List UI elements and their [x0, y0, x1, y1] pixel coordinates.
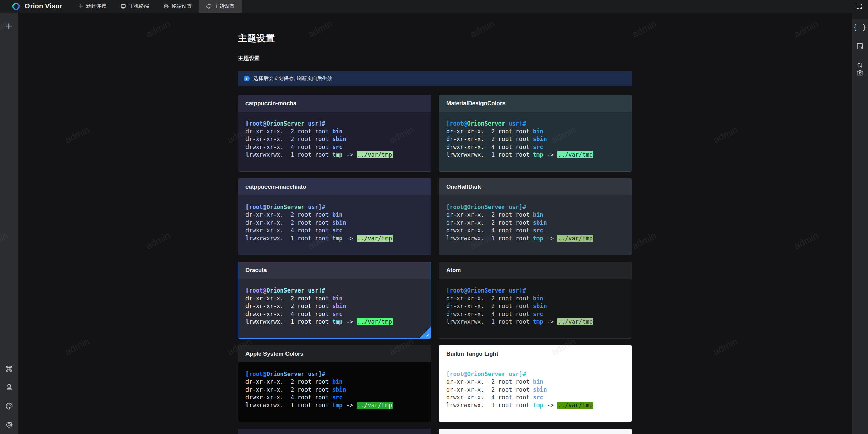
terminal-line: dr-xr-xr-x. 2 root root sbin — [446, 386, 625, 394]
app-brand: Orion Visor — [0, 0, 62, 13]
terminal-line: dr-xr-xr-x. 2 root root bin — [245, 378, 424, 386]
plus-icon[interactable]: + — [6, 21, 12, 31]
terminal-prompt: [root@OrionServer usr]# — [446, 287, 625, 295]
terminal-line: dr-xr-xr-x. 2 root root sbin — [446, 302, 625, 310]
terminal-preview: [root@OrionServer usr]# dr-xr-xr-x. 2 ro… — [238, 112, 431, 172]
section-title: 主题设置 — [238, 55, 632, 62]
terminal-line: dr-xr-xr-x. 2 root root bin — [245, 128, 424, 135]
terminal-preview: [root@OrionServer usr]# dr-xr-xr-x. 2 ro… — [439, 112, 632, 172]
theme-card[interactable]: catppuccin-macchiato [root@OrionServer u… — [238, 178, 431, 255]
terminal-line: lrwxrwxrwx. 1 root root tmp -> ../var/tm… — [446, 401, 625, 409]
theme-card[interactable]: OneHalfDark [root@OrionServer usr]# dr-x… — [439, 178, 632, 255]
terminal-prompt: [root@OrionServer usr]# — [245, 370, 424, 378]
terminal-line: dr-xr-xr-x. 2 root root sbin — [245, 135, 424, 143]
camera-icon[interactable] — [856, 69, 864, 77]
terminal-line: dr-xr-xr-x. 2 root root sbin — [245, 219, 424, 227]
theme-card-partial[interactable] — [238, 429, 431, 434]
theme-card[interactable]: catppuccin-mocha [root@OrionServer usr]#… — [238, 95, 431, 172]
stamp-icon[interactable] — [5, 384, 13, 391]
info-alert: i 选择后会立刻保存, 刷新页面后生效 — [238, 71, 632, 86]
terminal-line: dr-xr-xr-x. 2 root root bin — [446, 128, 625, 135]
terminal-line: drwxr-xr-x. 4 root root src — [245, 394, 424, 401]
theme-card-header: Builtin Tango Light — [439, 345, 632, 362]
terminal-prompt: [root@OrionServer usr]# — [245, 120, 424, 128]
terminal-preview: [root@OrionServer usr]# dr-xr-xr-x. 2 ro… — [439, 362, 632, 422]
main-nav: 新建连接 主机终端 终端设置 主题设置 — [71, 0, 242, 13]
terminal-line: drwxr-xr-x. 4 root root src — [446, 227, 625, 234]
terminal-line: dr-xr-xr-x. 2 root root sbin — [446, 219, 625, 227]
terminal-prompt: [root@OrionServer usr]# — [446, 370, 625, 378]
terminal-line: drwxr-xr-x. 4 root root src — [446, 310, 625, 318]
terminal-preview: [root@OrionServer usr]# dr-xr-xr-x. 2 ro… — [238, 195, 431, 255]
theme-card[interactable]: MaterialDesignColors [root@OrionServer u… — [439, 95, 632, 172]
theme-grid: catppuccin-mocha [root@OrionServer usr]#… — [238, 95, 632, 434]
terminal-line: lrwxrwxrwx. 1 root root tmp -> ../var/tm… — [245, 151, 424, 159]
terminal-line: dr-xr-xr-x. 2 root root bin — [446, 211, 625, 219]
terminal-line: lrwxrwxrwx. 1 root root tmp -> ../var/tm… — [446, 234, 625, 242]
terminal-line: drwxr-xr-x. 4 root root src — [245, 310, 424, 318]
theme-card[interactable]: Builtin Tango Light [root@OrionServer us… — [439, 345, 632, 422]
nav-item-label: 主机终端 — [129, 3, 149, 10]
theme-name: OneHalfDark — [446, 184, 481, 190]
navbar-right — [856, 0, 868, 13]
info-icon: i — [244, 76, 250, 81]
theme-name: catppuccin-macchiato — [245, 184, 307, 190]
monitor-icon — [121, 4, 126, 9]
terminal-preview: [root@OrionServer usr]# dr-xr-xr-x. 2 ro… — [238, 362, 431, 422]
theme-card[interactable]: Dracula [root@OrionServer usr]# dr-xr-xr… — [238, 262, 431, 339]
terminal-line: dr-xr-xr-x. 2 root root bin — [446, 378, 625, 386]
fullscreen-icon[interactable] — [856, 3, 863, 10]
form-doc-icon[interactable] — [856, 42, 864, 50]
palette-icon[interactable] — [5, 402, 13, 410]
main-content: 主题设置 主题设置 i 选择后会立刻保存, 刷新页面后生效 catppuccin… — [18, 13, 852, 434]
gear-icon[interactable] — [5, 421, 13, 429]
nav-item-terminal-settings[interactable]: 终端设置 — [156, 0, 199, 13]
top-navbar: Orion Visor 新建连接 主机终端 终端设置 主题设置 — [0, 0, 868, 13]
gear-icon — [163, 4, 169, 9]
theme-name: Builtin Tango Light — [446, 351, 498, 357]
terminal-preview: [root@OrionServer usr]# dr-xr-xr-x. 2 ro… — [439, 279, 632, 339]
theme-card[interactable]: Apple System Colors [root@OrionServer us… — [238, 345, 431, 422]
braces-icon[interactable]: { } — [853, 23, 867, 31]
terminal-line: dr-xr-xr-x. 2 root root sbin — [245, 386, 424, 394]
command-icon[interactable] — [5, 365, 13, 373]
theme-card-partial[interactable] — [439, 429, 632, 434]
theme-name: MaterialDesignColors — [446, 100, 506, 107]
nav-item-host-terminal[interactable]: 主机终端 — [114, 0, 156, 13]
check-icon: ✓ — [426, 333, 429, 338]
theme-card-header: Atom — [439, 262, 632, 279]
theme-name: Dracula — [245, 267, 267, 274]
terminal-prompt: [root@OrionServer usr]# — [245, 287, 424, 295]
terminal-line: lrwxrwxrwx. 1 root root tmp -> ../var/tm… — [446, 318, 625, 326]
terminal-line: drwxr-xr-x. 4 root root src — [245, 227, 424, 234]
theme-card-header: MaterialDesignColors — [439, 95, 632, 112]
terminal-preview: [root@OrionServer usr]# dr-xr-xr-x. 2 ro… — [238, 279, 431, 339]
nav-item-new-connection[interactable]: 新建连接 — [71, 0, 114, 13]
theme-card[interactable]: Atom [root@OrionServer usr]# dr-xr-xr-x.… — [439, 262, 632, 339]
terminal-line: lrwxrwxrwx. 1 root root tmp -> ../var/tm… — [245, 318, 424, 326]
terminal-line: lrwxrwxrwx. 1 root root tmp -> ../var/tm… — [245, 234, 424, 242]
theme-card-header: Dracula — [238, 262, 431, 279]
terminal-prompt: [root@OrionServer usr]# — [245, 203, 424, 211]
left-sidebar: + — [0, 13, 18, 434]
theme-card-header: catppuccin-mocha — [238, 95, 431, 112]
terminal-line: drwxr-xr-x. 4 root root src — [446, 394, 625, 401]
nav-item-theme-settings[interactable]: 主题设置 — [199, 0, 242, 13]
terminal-line: dr-xr-xr-x. 2 root root bin — [245, 295, 424, 302]
sort-arrows-icon[interactable] — [856, 61, 864, 69]
palette-icon — [206, 4, 212, 9]
right-sidebar-top: { } — [853, 19, 867, 69]
terminal-preview: [root@OrionServer usr]# dr-xr-xr-x. 2 ro… — [439, 195, 632, 255]
terminal-prompt: [root@OrionServer usr]# — [446, 120, 625, 128]
terminal-line: lrwxrwxrwx. 1 root root tmp -> ../var/tm… — [245, 401, 424, 409]
nav-item-label: 新建连接 — [86, 3, 106, 10]
terminal-line: dr-xr-xr-x. 2 root root bin — [245, 211, 424, 219]
nav-item-label: 终端设置 — [172, 3, 192, 10]
plus-icon — [78, 4, 83, 9]
theme-name: Apple System Colors — [245, 351, 303, 357]
alert-text: 选择后会立刻保存, 刷新页面后生效 — [253, 75, 332, 82]
nav-item-label: 主题设置 — [214, 3, 235, 10]
app-logo-icon — [11, 1, 21, 12]
left-sidebar-bottom — [5, 365, 13, 429]
terminal-line: drwxr-xr-x. 4 root root src — [446, 143, 625, 151]
